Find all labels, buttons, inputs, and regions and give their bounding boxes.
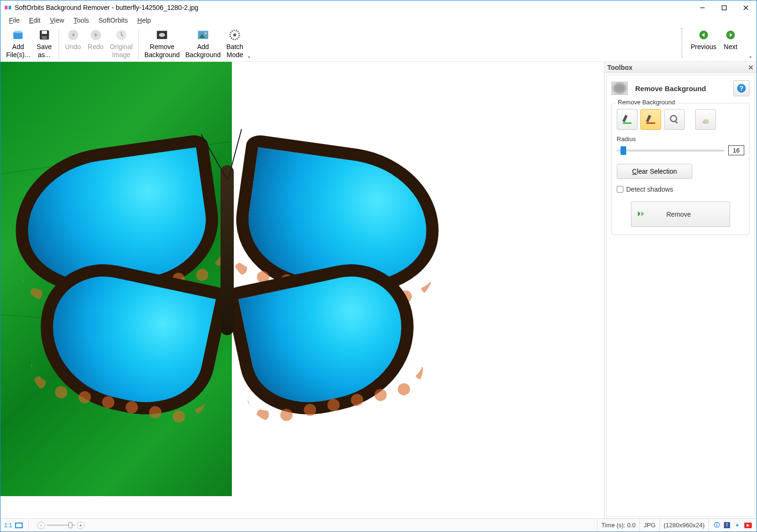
status-time: Time (s): 0.0 <box>597 519 639 532</box>
next-label: Next <box>724 43 738 51</box>
remove-background-label: Remove Background <box>145 43 180 59</box>
toolbar: Add File(s)... Save as... Undo Redo Orig… <box>0 26 757 62</box>
undo-button[interactable]: Undo <box>62 28 85 60</box>
info-icon[interactable]: ⓘ <box>714 522 720 529</box>
remove-background-button[interactable]: Remove Background <box>142 28 183 60</box>
menu-tools[interactable]: Tools <box>69 16 94 25</box>
toolbar-separator <box>681 28 682 58</box>
redo-button[interactable]: Redo <box>85 28 107 60</box>
svg-rect-7 <box>15 31 22 33</box>
minimize-button[interactable] <box>691 0 713 15</box>
next-icon <box>724 29 737 41</box>
svg-rect-25 <box>622 115 628 122</box>
previous-label: Previous <box>691 43 716 51</box>
svg-text:?: ? <box>740 85 743 92</box>
svg-point-18 <box>204 33 206 34</box>
remove-background-icon <box>156 29 168 41</box>
titlebar: SoftOrbits Background Remover - butterfl… <box>0 0 757 15</box>
tool-title: Remove Background <box>632 84 729 93</box>
menu-file[interactable]: File <box>4 16 25 25</box>
zoom-ratio-label[interactable]: 1:1 <box>4 522 12 529</box>
zoom-control[interactable]: − + <box>37 522 85 529</box>
facebook-icon[interactable]: f <box>724 522 730 528</box>
youtube-icon[interactable]: ▶ <box>744 523 752 528</box>
menu-help[interactable]: Help <box>133 16 156 25</box>
radius-label: Radius <box>617 135 744 143</box>
batch-mode-icon <box>229 29 241 41</box>
status-social: ⓘ f ✦ ▶ <box>708 519 757 532</box>
fit-screen-icon[interactable] <box>15 523 23 528</box>
group-legend: Remove Background <box>616 99 677 106</box>
lasso-tool[interactable] <box>664 109 685 130</box>
undo-icon <box>67 29 79 41</box>
zoom-slider[interactable] <box>47 524 75 526</box>
original-image-label: Original Image <box>110 43 133 59</box>
detect-shadows-label: Detect shadows <box>626 186 673 193</box>
previous-button[interactable]: Previous <box>688 28 719 52</box>
toolbar-overflow-icon[interactable]: ▾ <box>246 55 252 59</box>
marker-red-tool[interactable] <box>640 109 661 130</box>
toolbar-separator <box>59 30 59 59</box>
maximize-button[interactable] <box>713 0 735 15</box>
save-icon <box>38 29 51 41</box>
zoom-in-button[interactable]: + <box>77 522 85 529</box>
add-background-icon <box>197 29 209 41</box>
toolbox-header: Toolbox ✕ <box>604 62 757 73</box>
add-files-icon <box>12 29 24 41</box>
eraser-tool[interactable] <box>695 109 716 130</box>
zoom-out-button[interactable]: − <box>37 522 45 529</box>
svg-point-29 <box>671 116 677 122</box>
window-title: SoftOrbits Background Remover - butterfl… <box>15 4 691 11</box>
add-files-button[interactable]: Add File(s)... <box>3 28 33 60</box>
radius-slider[interactable] <box>617 150 724 152</box>
detect-shadows-checkbox[interactable] <box>617 186 623 193</box>
close-button[interactable] <box>735 0 757 15</box>
menu-edit[interactable]: Edit <box>25 16 45 25</box>
toolbar-separator <box>138 30 139 59</box>
add-background-button[interactable]: Add Background <box>183 28 224 60</box>
menu-view[interactable]: View <box>45 16 69 25</box>
marker-green-tool[interactable] <box>617 109 638 130</box>
original-image-button[interactable]: Original Image <box>107 28 136 60</box>
run-icon <box>637 210 647 220</box>
redo-icon <box>90 29 102 41</box>
batch-mode-button[interactable]: Batch Mode <box>223 28 246 60</box>
toolbox-close-button[interactable]: ✕ <box>748 64 754 71</box>
image-subject-butterfly <box>10 128 444 439</box>
main-area: Toolbox ✕ Remove Background ? Remove Bac… <box>0 62 757 518</box>
undo-label: Undo <box>65 43 81 51</box>
next-button[interactable]: Next <box>719 28 742 52</box>
tool-thumbnail-icon <box>612 82 628 95</box>
save-as-label: Save as... <box>37 43 52 59</box>
help-button[interactable]: ? <box>733 80 749 96</box>
image-canvas[interactable] <box>0 62 454 496</box>
twitter-icon[interactable]: ✦ <box>734 522 740 529</box>
svg-rect-10 <box>42 36 47 39</box>
radius-slider-thumb[interactable] <box>621 146 626 155</box>
redo-label: Redo <box>88 43 103 51</box>
batch-mode-label: Batch Mode <box>226 43 243 59</box>
remove-background-group: Remove Background Radius <box>612 103 749 235</box>
add-background-label: Add Background <box>186 43 221 59</box>
original-image-icon <box>115 29 128 41</box>
remove-button[interactable]: Remove <box>631 202 730 227</box>
app-icon <box>4 4 12 11</box>
add-files-label: Add File(s)... <box>6 43 30 59</box>
clear-selection-button[interactable]: Clear Selection <box>617 164 692 179</box>
svg-rect-9 <box>42 31 47 34</box>
radius-input[interactable] <box>728 145 744 155</box>
status-dimensions: (1280x960x24) <box>659 519 708 532</box>
svg-point-20 <box>233 34 237 37</box>
zoom-slider-thumb[interactable] <box>68 522 72 528</box>
toolbar-overflow-icon[interactable]: ▾ <box>748 55 754 59</box>
menu-softorbits[interactable]: SoftOrbits <box>94 16 133 25</box>
toolbox-title: Toolbox <box>607 64 632 71</box>
svg-rect-26 <box>623 122 631 124</box>
svg-point-15 <box>159 33 165 37</box>
save-as-button[interactable]: Save as... <box>33 28 56 60</box>
svg-rect-0 <box>5 6 8 9</box>
previous-icon <box>697 29 710 41</box>
menubar: File Edit View Tools SoftOrbits Help <box>0 15 757 26</box>
status-format: JPG <box>639 519 659 532</box>
canvas-area[interactable] <box>0 62 604 518</box>
